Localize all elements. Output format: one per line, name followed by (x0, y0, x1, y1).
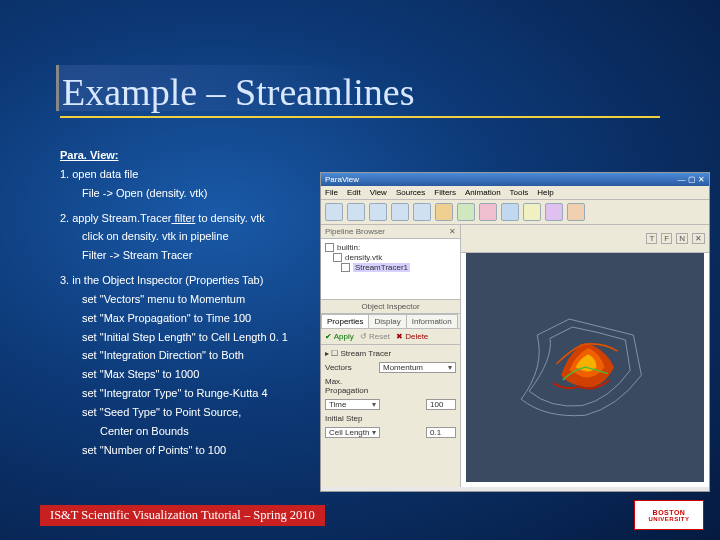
logo-line2: UNIVERSITY (648, 516, 689, 522)
menu-file[interactable]: File (325, 188, 338, 197)
tab-properties[interactable]: Properties (321, 314, 369, 328)
render-toolbar[interactable]: T F N ✕ (461, 225, 709, 253)
delete-button[interactable]: ✖ Delete (396, 332, 428, 341)
window-controls[interactable]: — ▢ ✕ (678, 175, 705, 184)
inspector-buttons: ✔ Apply ↺ Reset ✖ Delete (321, 329, 460, 345)
inspector-header: Object Inspector (321, 299, 460, 314)
step-2-post: to density. vtk (195, 212, 265, 224)
render-view[interactable] (466, 253, 704, 482)
cube-icon (325, 243, 334, 252)
slice-icon[interactable] (501, 203, 519, 221)
apply-button[interactable]: ✔ Apply (325, 332, 354, 341)
boston-university-logo: BOSTON UNIVERSITY (634, 500, 704, 530)
clip-icon[interactable] (479, 203, 497, 221)
menu-help[interactable]: Help (537, 188, 553, 197)
maxprop-select[interactable]: Time▾ (325, 399, 380, 410)
menu-sources[interactable]: Sources (396, 188, 425, 197)
pipeline-item-density[interactable]: density.vtk (333, 253, 456, 262)
open-icon[interactable] (325, 203, 343, 221)
contour-icon[interactable] (457, 203, 475, 221)
chevron-down-icon: ▾ (372, 400, 376, 409)
step-2-pre: 2. apply Stream.Tracer (60, 212, 171, 224)
slide-title: Example – Streamlines (62, 70, 660, 114)
f-button[interactable]: F (661, 233, 672, 244)
render-panel: T F N ✕ (461, 225, 709, 487)
connect-icon[interactable] (369, 203, 387, 221)
save-icon[interactable] (347, 203, 365, 221)
maxprop-input[interactable]: 100 (426, 399, 456, 410)
pipeline-item-builtin[interactable]: builtin: (325, 243, 456, 252)
menu-tools[interactable]: Tools (510, 188, 529, 197)
menu-view[interactable]: View (370, 188, 387, 197)
close-icon[interactable]: ✕ (449, 227, 456, 236)
t-button[interactable]: T (646, 233, 657, 244)
vectors-row: Vectors Momentum▾ (325, 362, 456, 373)
inspector-form: ▸ ☐ Stream Tracer Vectors Momentum▾ Max.… (321, 345, 460, 487)
pipeline-item-streamtracer[interactable]: StreamTracer1 (341, 263, 456, 272)
left-panel: Pipeline Browser ✕ builtin: density.vtk … (321, 225, 461, 487)
tab-display[interactable]: Display (368, 314, 406, 328)
paraview-window: ParaView — ▢ ✕ File Edit View Sources Fi… (320, 172, 710, 492)
pipeline-header: Pipeline Browser ✕ (321, 225, 460, 239)
eye-icon[interactable] (333, 253, 342, 262)
maxprop-label: Max. Propagation (325, 377, 375, 395)
initstep-row: Initial Step (325, 414, 456, 423)
eye-icon[interactable] (341, 263, 350, 272)
logo-line1: BOSTON (653, 509, 686, 516)
threshold-icon[interactable] (523, 203, 541, 221)
maxprop-row: Max. Propagation (325, 377, 456, 395)
initstep-row-2: Cell Length▾ 0.1 (325, 427, 456, 438)
menubar[interactable]: File Edit View Sources Filters Animation… (321, 186, 709, 200)
reset-button[interactable]: ↺ Reset (360, 332, 390, 341)
initstep-label: Initial Step (325, 414, 375, 423)
stream-icon[interactable] (567, 203, 585, 221)
stream-tracer-check[interactable]: ▸ ☐ Stream Tracer (325, 349, 456, 358)
calculator-icon[interactable] (435, 203, 453, 221)
subheading: Para. View: (60, 148, 390, 163)
toolbar[interactable] (321, 200, 709, 225)
glyph-icon[interactable] (545, 203, 563, 221)
vectors-label: Vectors (325, 363, 375, 372)
tab-information[interactable]: Information (406, 314, 458, 328)
inspector-tabs[interactable]: Properties Display Information (321, 314, 460, 329)
pipeline-browser[interactable]: builtin: density.vtk StreamTracer1 (321, 239, 460, 299)
redo-icon[interactable] (413, 203, 431, 221)
initstep-input[interactable]: 0.1 (426, 427, 456, 438)
menu-edit[interactable]: Edit (347, 188, 361, 197)
footer: IS&T Scientific Visualization Tutorial –… (40, 505, 325, 526)
vectors-select[interactable]: Momentum▾ (379, 362, 456, 373)
chevron-down-icon: ▾ (448, 363, 452, 372)
maxprop-row-2: Time▾ 100 (325, 399, 456, 410)
n-button[interactable]: N (676, 233, 688, 244)
window-title: ParaView (325, 175, 359, 184)
menu-filters[interactable]: Filters (434, 188, 456, 197)
pipeline-title: Pipeline Browser (325, 227, 385, 236)
close-icon[interactable]: ✕ (692, 233, 705, 244)
chevron-down-icon: ▾ (372, 428, 376, 437)
window-body: Pipeline Browser ✕ builtin: density.vtk … (321, 225, 709, 487)
initstep-select[interactable]: Cell Length▾ (325, 427, 380, 438)
menu-animation[interactable]: Animation (465, 188, 501, 197)
streamlines-visualization (502, 287, 669, 447)
title-bar: Example – Streamlines (60, 70, 660, 118)
step-2-mid: filter (171, 212, 195, 224)
window-titlebar: ParaView — ▢ ✕ (321, 173, 709, 186)
undo-icon[interactable] (391, 203, 409, 221)
